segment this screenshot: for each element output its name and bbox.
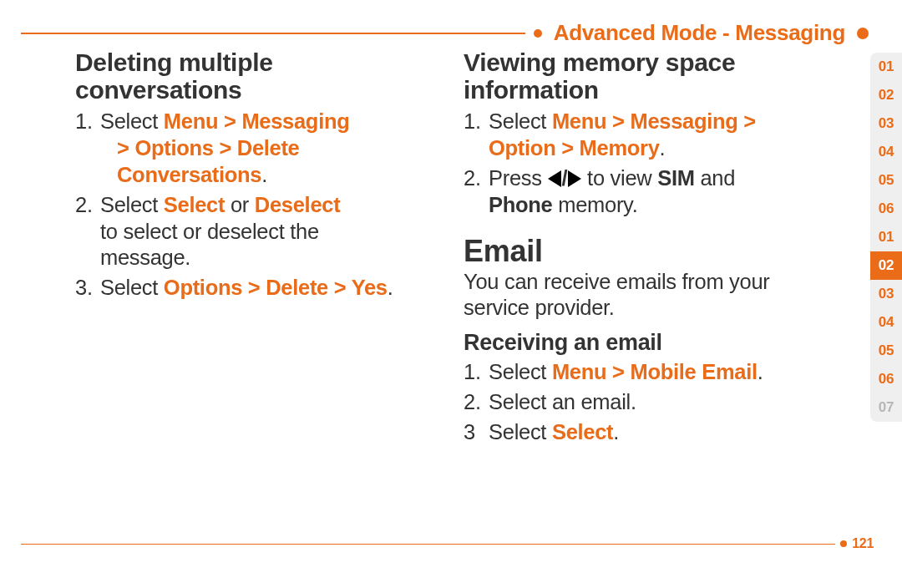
arrow-left-icon (548, 170, 561, 187)
step-number: 2. (464, 165, 489, 219)
step-text: Select Options > Delete > Yes. (100, 275, 447, 302)
section-tab[interactable]: 03 (870, 280, 902, 308)
text: Select (489, 360, 552, 383)
email-heading: Email (464, 234, 844, 269)
option: Deselect (255, 193, 341, 216)
memory-heading-l2: information (464, 76, 599, 104)
footer-bullet-icon (840, 540, 847, 547)
step-text: Select Select. (489, 419, 844, 446)
memory-step-1: 1. Select Menu > Messaging > Option > Me… (464, 109, 844, 162)
memory-steps: 1. Select Menu > Messaging > Option > Me… (464, 109, 844, 219)
step-number: 3 (464, 419, 489, 446)
text: Select (100, 193, 164, 216)
recv-step-2: 2. Select an email. (464, 389, 844, 416)
step-text: Select Menu > Mobile Email. (489, 359, 844, 386)
option: Select (552, 420, 613, 444)
recv-step-3: 3 Select Select. (464, 419, 844, 446)
text: Select (100, 276, 164, 299)
step-text: Select Menu > Messaging > Options > Dele… (100, 109, 447, 189)
option: Select (164, 193, 225, 216)
text: or (225, 193, 255, 216)
text: . (758, 360, 763, 383)
delete-heading: Deleting multiple conversations (75, 48, 447, 104)
text: Press (489, 166, 547, 190)
section-tab[interactable]: 03 (870, 109, 902, 138)
menu-path: Options > Delete > Yes (164, 276, 388, 299)
text: memory. (552, 193, 637, 216)
delete-step-2: 2. Select Select or Deselect to select o… (75, 192, 447, 272)
memory-step-2: 2. Press / to view SIM and Phone memory. (464, 165, 844, 219)
step-number: 1. (75, 109, 100, 189)
text: service provider. (464, 296, 615, 319)
section-tabs: 01020304050601020304050607 (870, 53, 902, 422)
recv-step-1: 1. Select Menu > Mobile Email. (464, 359, 844, 386)
delete-heading-l2: conversations (75, 76, 242, 104)
header-title: Advanced Mode - Messaging (554, 20, 845, 46)
email-description: You can receive emails from your service… (464, 269, 844, 322)
section-tab[interactable]: 02 (870, 251, 902, 280)
menu-path: Conversations (117, 163, 261, 186)
text: to select or deselect the (100, 220, 319, 243)
label-phone: Phone (489, 193, 552, 216)
step-text: Select an email. (489, 389, 844, 416)
memory-heading-l1: Viewing memory space (464, 48, 735, 76)
right-column: Viewing memory space information 1. Sele… (464, 48, 860, 449)
page-footer: 121 (0, 536, 874, 551)
text: Select (489, 420, 552, 444)
step-number: 2. (75, 192, 100, 272)
text: . (388, 276, 393, 299)
header-end-bullet-icon (857, 28, 869, 39)
delete-step-3: 3. Select Options > Delete > Yes. (75, 275, 447, 302)
text: to view (581, 166, 657, 190)
label-sim: SIM (657, 166, 694, 190)
section-tab[interactable]: 07 (870, 393, 902, 422)
text: . (613, 420, 619, 444)
left-column: Deleting multiple conversations 1. Selec… (75, 48, 464, 449)
delete-step-1: 1. Select Menu > Messaging > Options > D… (75, 109, 447, 189)
text: Select (100, 109, 164, 133)
text: . (660, 136, 666, 160)
section-tab[interactable]: 01 (870, 223, 902, 251)
arrow-right-icon (568, 170, 581, 187)
menu-path: Menu > Mobile Email (552, 360, 758, 383)
section-tab[interactable]: 05 (870, 337, 902, 365)
step-text: Select Select or Deselect to select or d… (100, 192, 447, 272)
delete-steps: 1. Select Menu > Messaging > Options > D… (75, 109, 447, 302)
receiving-steps: 1. Select Menu > Mobile Email. 2. Select… (464, 359, 844, 446)
step-text: Press / to view SIM and Phone memory. (489, 165, 844, 219)
text: Select (489, 109, 552, 133)
slash-icon: / (562, 165, 568, 192)
section-tab[interactable]: 06 (870, 195, 902, 223)
menu-path: > Options > Delete (117, 136, 300, 160)
menu-path: Menu > Messaging > (552, 109, 756, 133)
section-tab[interactable]: 04 (870, 138, 902, 166)
step-number: 1. (464, 109, 489, 162)
section-tab[interactable]: 01 (870, 53, 902, 81)
receiving-heading: Receiving an email (464, 330, 844, 356)
step-text: Select Menu > Messaging > Option > Memor… (489, 109, 844, 162)
menu-path: Menu > Messaging (164, 109, 350, 133)
text: You can receive emails from your (464, 270, 769, 293)
text: and (695, 166, 735, 190)
section-tab[interactable]: 04 (870, 308, 902, 337)
text: message. (100, 246, 190, 269)
step-number: 1. (464, 359, 489, 386)
menu-path: Option > Memory (489, 136, 659, 160)
section-tab[interactable]: 06 (870, 365, 902, 393)
memory-heading: Viewing memory space information (464, 48, 844, 104)
section-tab[interactable]: 02 (870, 81, 902, 109)
page-number: 121 (852, 536, 874, 551)
section-tab[interactable]: 05 (870, 166, 902, 195)
step-number: 3. (75, 275, 100, 302)
header-rule-line (21, 33, 525, 34)
header-bullet-icon (534, 29, 542, 38)
content-area: Deleting multiple conversations 1. Selec… (75, 48, 860, 449)
step-number: 2. (464, 389, 489, 416)
delete-heading-l1: Deleting multiple (75, 48, 273, 76)
footer-rule-line (21, 544, 835, 545)
header-rule: Advanced Mode - Messaging (0, 20, 902, 46)
